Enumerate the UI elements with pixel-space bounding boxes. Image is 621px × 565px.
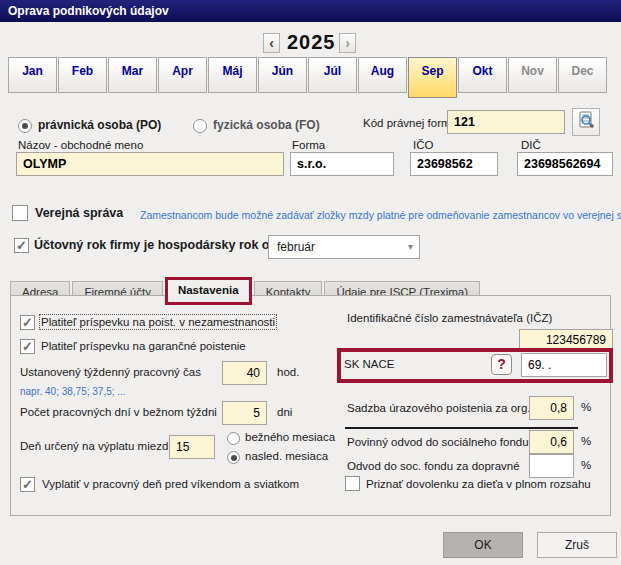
radio-current-month-label: bežného mesiaca xyxy=(245,431,335,443)
company-ico-input[interactable] xyxy=(410,152,498,176)
payday-label: Deň určený na výplatu miezd xyxy=(20,440,168,452)
radio-natural-person[interactable] xyxy=(193,119,207,133)
pay-before-weekend-checkbox[interactable] xyxy=(20,477,35,492)
company-dic-input[interactable] xyxy=(517,152,613,176)
pay-before-weekend-label: Vyplatiť v pracovný deň pred víkendom a … xyxy=(42,478,299,490)
work-days-label: Počet pracovných dní v bežnom týždni xyxy=(20,406,217,418)
company-form-label: Forma xyxy=(292,139,325,151)
legal-form-code-input[interactable] xyxy=(447,110,565,134)
month-tab-feb[interactable]: Feb xyxy=(58,57,107,93)
social-fund-input[interactable] xyxy=(529,430,574,454)
icz-label: Identifikačné číslo zamestnávateľa (IČZ) xyxy=(347,312,552,324)
transport-fund-input[interactable] xyxy=(529,454,574,478)
radio-natural-person-label: fyzická osoba (FO) xyxy=(213,118,320,132)
transport-fund-percent: % xyxy=(581,459,591,471)
accident-insurance-input[interactable] xyxy=(529,396,574,420)
weekly-hours-unit: hod. xyxy=(277,366,299,378)
company-dic-label: DIČ xyxy=(521,139,541,151)
month-tab-jul[interactable]: Júl xyxy=(308,57,357,93)
social-fund-percent: % xyxy=(581,435,591,447)
radio-next-month[interactable] xyxy=(227,451,240,464)
accident-insurance-label: Sadzba úrazového poistenia za org. xyxy=(347,402,530,414)
cancel-button[interactable]: Zruš xyxy=(537,532,617,558)
month-tab-mar[interactable]: Mar xyxy=(108,57,157,93)
social-fund-label: Povinný odvod do sociálneho fondu xyxy=(347,436,529,448)
weekly-hours-input[interactable] xyxy=(222,361,267,385)
month-tab-aug[interactable]: Aug xyxy=(358,57,407,93)
public-admin-label: Verejná správa xyxy=(35,206,123,220)
radio-legal-person[interactable] xyxy=(18,119,32,133)
work-days-unit: dni xyxy=(277,406,292,418)
tab-nastavenia[interactable]: Nastavenia xyxy=(165,277,252,305)
month-tab-apr[interactable]: Apr xyxy=(158,57,207,93)
chevron-down-icon: ▾ xyxy=(408,236,413,258)
fiscal-year-label: Účtovný rok firmy je hospodársky rok od xyxy=(34,238,277,252)
work-days-input[interactable] xyxy=(222,401,267,425)
month-tab-dec[interactable]: Dec xyxy=(558,57,607,93)
public-admin-checkbox[interactable] xyxy=(12,205,28,221)
fiscal-year-checkbox[interactable] xyxy=(14,238,29,253)
child-vacation-label: Priznať dovolenku za dieťa v plnom rozsa… xyxy=(366,478,591,490)
legal-form-lookup-button[interactable] xyxy=(572,108,600,136)
unemployment-insurance-label: Platiteľ príspevku na poist. v nezamestn… xyxy=(41,316,275,328)
radio-legal-person-label: právnická osoba (PO) xyxy=(38,118,161,132)
ok-button[interactable]: OK xyxy=(443,532,523,558)
accident-insurance-percent: % xyxy=(581,401,591,413)
year-label: 2025 xyxy=(287,31,333,54)
month-tab-jun[interactable]: Jún xyxy=(258,57,307,93)
year-prev-button[interactable]: ‹ xyxy=(263,33,280,53)
sknace-label: SK NACE xyxy=(344,358,395,370)
month-tab-nov[interactable]: Nov xyxy=(508,57,557,93)
weekly-hours-note: napr. 40; 38,75; 37,5; ... xyxy=(20,386,126,397)
sknace-input[interactable] xyxy=(521,353,607,377)
payday-input[interactable] xyxy=(169,435,215,459)
month-tab-jan[interactable]: Jan xyxy=(8,57,57,93)
year-next-button[interactable]: › xyxy=(339,33,356,53)
fiscal-year-dropdown[interactable]: február ▾ xyxy=(268,235,420,259)
fiscal-year-value: február xyxy=(277,240,315,254)
public-admin-note: Zamestnancom bude možné zadávať zložky m… xyxy=(140,209,621,221)
month-tab-maj[interactable]: Máj xyxy=(208,57,257,93)
window-title: Oprava podnikových údajov xyxy=(0,0,621,22)
company-ico-label: IČO xyxy=(413,139,433,151)
search-document-icon xyxy=(577,111,595,133)
company-name-input[interactable] xyxy=(16,152,284,176)
radio-next-month-label: nasled. mesiaca xyxy=(245,450,328,462)
legal-form-code-label: Kód právnej formy xyxy=(363,117,456,129)
guarantee-insurance-checkbox[interactable] xyxy=(20,339,35,354)
guarantee-insurance-label: Platiteľ príspevku na garančné poistenie xyxy=(41,340,246,352)
sknace-help-button[interactable]: ? xyxy=(491,354,512,375)
section-divider xyxy=(345,427,578,429)
month-tab-sep[interactable]: Sep xyxy=(408,57,457,98)
weekly-hours-label: Ustanovený týždenný pracovný čas xyxy=(20,366,201,378)
company-name-label: Názov - obchodné meno xyxy=(18,139,143,151)
company-form-input[interactable] xyxy=(290,152,394,176)
child-vacation-checkbox[interactable] xyxy=(345,476,360,491)
radio-current-month[interactable] xyxy=(227,432,240,445)
transport-fund-label: Odvod do soc. fondu za dopravné xyxy=(347,460,520,472)
unemployment-insurance-checkbox[interactable] xyxy=(20,315,35,330)
month-tab-okt[interactable]: Okt xyxy=(458,57,507,93)
